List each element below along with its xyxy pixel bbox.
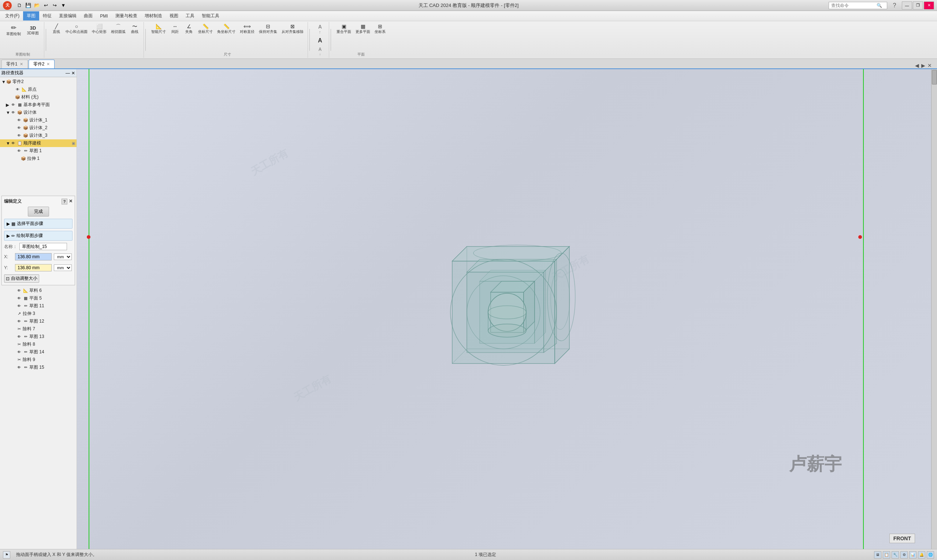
right-scrollbar[interactable]: [931, 69, 937, 549]
root-arrow[interactable]: ▼: [2, 79, 6, 85]
menu-file[interactable]: 文件(F): [2, 11, 23, 20]
tree-sketch-15[interactable]: 👁 ✏ 草图 15: [0, 363, 77, 371]
status-icon-3[interactable]: 🔧: [892, 551, 899, 558]
sketch-3d-btn[interactable]: 3D 3D草图: [24, 24, 42, 38]
a-tool-1[interactable]: A↑: [313, 23, 327, 35]
a-tool-3[interactable]: A↓: [313, 46, 327, 57]
tree-ref-planes[interactable]: ▶ 👁 ▦ 基本参考平面: [0, 101, 77, 109]
y-input[interactable]: [15, 264, 52, 271]
tree-design-body-2[interactable]: 👁 📦 设计体_2: [0, 124, 77, 132]
menu-direct-edit[interactable]: 直接编辑: [55, 11, 80, 20]
tree-sketch-12[interactable]: 👁 ✏ 草图 12: [0, 317, 77, 325]
close-btn[interactable]: ✕: [924, 2, 934, 9]
tree-root[interactable]: ▼ 📦 零件2: [0, 78, 77, 86]
menu-feature[interactable]: 特征: [39, 11, 55, 20]
status-icon-4[interactable]: ⚙: [900, 551, 908, 558]
tree-sketch-11[interactable]: 👁 ✏ 草图 11: [0, 302, 77, 310]
curve-btn[interactable]: 〜 曲线: [128, 23, 141, 35]
redo-btn[interactable]: ↪: [51, 2, 59, 9]
sketch-draw-btn[interactable]: ✏ 草图绘制: [4, 23, 23, 38]
save-btn[interactable]: 💾: [24, 2, 32, 9]
seq-icon: 📋: [17, 140, 23, 146]
tree-plane-5[interactable]: 👁 ▦ 平面 5: [0, 294, 77, 302]
angle-coord-btn[interactable]: 📏 角坐标尺寸: [215, 23, 237, 35]
edit-def-help[interactable]: ?: [62, 198, 67, 205]
a-tool-2[interactable]: A: [313, 36, 327, 45]
y-unit-dropdown[interactable]: mm in: [54, 265, 72, 271]
angle-btn[interactable]: ∠ 夹角: [182, 23, 196, 35]
x-unit-dropdown[interactable]: mm in: [54, 254, 72, 260]
menu-pmi[interactable]: PMI: [96, 12, 111, 20]
options-btn[interactable]: ▼: [59, 2, 67, 9]
tree-sketch-1[interactable]: 👁 ✏ 草图 1: [0, 147, 77, 155]
coincide-plane-btn[interactable]: ▣ 重合平面: [335, 23, 353, 35]
status-icon-7[interactable]: 🌐: [927, 551, 934, 558]
tree-extrude-3[interactable]: ↗ 拉伸 3: [0, 310, 77, 317]
status-icon-2[interactable]: 📋: [883, 551, 890, 558]
smart-dim-btn[interactable]: 📐 智能尺寸: [150, 23, 168, 35]
help-btn[interactable]: ?: [889, 1, 900, 10]
menu-tools[interactable]: 工具: [182, 11, 198, 20]
menu-measure[interactable]: 测量与检查: [112, 11, 141, 20]
tree-sketch-6[interactable]: 👁 📐 草料 6: [0, 287, 77, 294]
seq-arrow[interactable]: ▼: [6, 141, 10, 146]
more-plane-btn[interactable]: ▦ 更多平面: [354, 23, 372, 35]
finish-btn[interactable]: 完成: [28, 207, 49, 217]
search-input[interactable]: [831, 3, 875, 8]
tab-next[interactable]: ▶: [920, 63, 926, 68]
remove-align-btn[interactable]: ⊠ 从对齐集移除: [280, 23, 306, 35]
open-btn[interactable]: 📂: [33, 2, 41, 9]
status-icon-1[interactable]: 🖥: [874, 551, 881, 558]
tree-remove-8[interactable]: ✂ 除料 8: [0, 340, 77, 348]
step-select-plane[interactable]: ▶ ▦ 选择平面步骤: [4, 219, 73, 229]
circle-btn[interactable]: ○ 中心和点画圆: [64, 23, 90, 35]
tree-remove-9[interactable]: ✂ 除料 9: [0, 356, 77, 363]
edit-def-close[interactable]: ✕: [69, 198, 73, 205]
x-input[interactable]: [15, 253, 52, 260]
tab-part1[interactable]: 零件1 ✕: [2, 60, 28, 68]
tab-part1-close[interactable]: ✕: [20, 62, 23, 66]
tree-sketch-14[interactable]: 👁 ✏ 草图 14: [0, 348, 77, 356]
arc-btn[interactable]: ⌒ 相切圆弧: [109, 23, 127, 35]
menu-sketch[interactable]: 草图: [23, 11, 39, 20]
tree-origin[interactable]: 👁 📐 原点: [0, 86, 77, 93]
tree-design-body[interactable]: ▼ 👁 📦 设计体: [0, 109, 77, 116]
keep-align-btn[interactable]: ⊟ 保持对齐集: [257, 23, 279, 35]
menu-surface[interactable]: 曲面: [80, 11, 96, 20]
coord-system-btn[interactable]: ⊞ 坐标系: [373, 23, 387, 35]
name-field-input[interactable]: [19, 243, 67, 250]
gap-btn[interactable]: ↔ 间距: [168, 23, 182, 35]
step-sketch-label: 绘制草图步骤: [17, 232, 43, 239]
tree-material[interactable]: 📦 材料 (无): [0, 93, 77, 101]
status-icon-5[interactable]: 📊: [909, 551, 917, 558]
menu-smart[interactable]: 智能工具: [198, 11, 223, 20]
tree-design-body-3[interactable]: 👁 📦 设计体_3: [0, 132, 77, 139]
scrollbar-thumb[interactable]: [932, 70, 937, 85]
step-draw-sketch[interactable]: ▶ ✏ 绘制草图步骤: [4, 231, 73, 241]
tab-part2[interactable]: 零件2 ✕: [29, 60, 55, 68]
coord-dim-btn[interactable]: 📏 坐标尺寸: [196, 23, 215, 35]
tab-part2-close[interactable]: ✕: [46, 62, 50, 66]
tab-close[interactable]: ✕: [927, 63, 932, 68]
tab-prev[interactable]: ◀: [914, 63, 920, 68]
undo-btn[interactable]: ↩: [42, 2, 50, 9]
sym-dia-btn[interactable]: ⟺ 对称直径: [238, 23, 256, 35]
restore-btn[interactable]: ❐: [913, 2, 923, 9]
tree-seq-modeling[interactable]: ▼ 👁 📋 顺序建模 ▣: [0, 139, 77, 147]
new-btn[interactable]: 🗋: [15, 2, 23, 9]
path-finder-close[interactable]: ✕: [71, 71, 75, 76]
rect-btn[interactable]: ⬜ 中心矩形: [90, 23, 108, 35]
tree-design-body-1[interactable]: 👁 📦 设计体_1: [0, 116, 77, 124]
path-finder-minimize[interactable]: —: [66, 71, 70, 76]
minimize-btn[interactable]: —: [902, 2, 912, 9]
menu-view[interactable]: 视图: [166, 11, 182, 20]
refplane-arrow[interactable]: ▶: [6, 102, 10, 108]
tree-extrude-1[interactable]: 📦 拉伸 1: [0, 155, 77, 162]
design-body-arrow[interactable]: ▼: [6, 110, 10, 115]
menu-additive[interactable]: 增材制造: [141, 11, 166, 20]
tree-sketch-13[interactable]: 👁 ✏ 草图 13: [0, 333, 77, 340]
tree-remove-7[interactable]: ✂ 除料 7: [0, 325, 77, 333]
status-icon-6[interactable]: 🔔: [918, 551, 925, 558]
auto-adjust-btn[interactable]: ⊡ 自动调整大小: [4, 274, 39, 283]
line-btn[interactable]: ╱ 直线: [50, 23, 63, 35]
